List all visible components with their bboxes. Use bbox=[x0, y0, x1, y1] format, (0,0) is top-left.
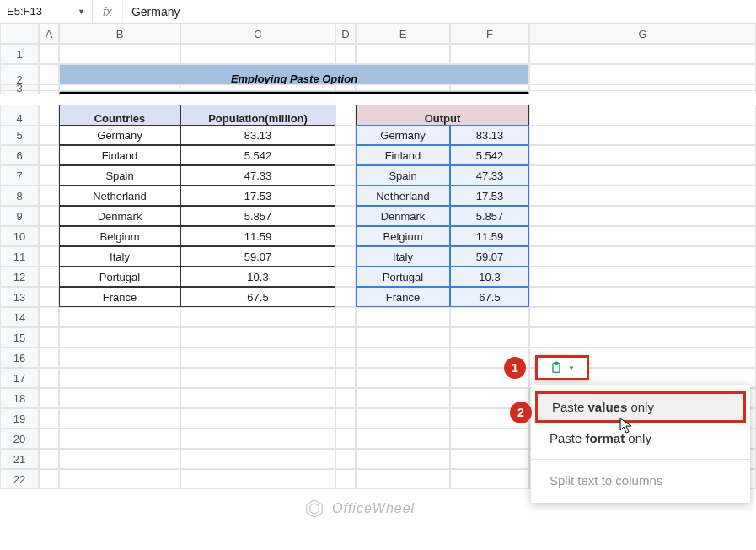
cell[interactable] bbox=[335, 287, 356, 307]
menu-paste-values-only[interactable]: Paste values only bbox=[535, 391, 746, 423]
output-country[interactable]: Netherland bbox=[356, 186, 450, 206]
cell[interactable] bbox=[59, 348, 180, 368]
cell[interactable] bbox=[180, 84, 335, 91]
cell[interactable] bbox=[59, 449, 180, 469]
output-country[interactable]: France bbox=[356, 287, 450, 307]
cell[interactable] bbox=[529, 125, 756, 145]
cell[interactable] bbox=[180, 469, 335, 489]
cell[interactable] bbox=[335, 226, 356, 246]
output-population[interactable]: 17.53 bbox=[450, 186, 529, 206]
cell[interactable] bbox=[39, 226, 59, 246]
col-header-G[interactable]: G bbox=[529, 24, 756, 44]
row-header-8[interactable]: 8 bbox=[0, 186, 39, 206]
cell[interactable] bbox=[335, 348, 356, 368]
cell[interactable] bbox=[356, 408, 450, 429]
paste-options-button[interactable]: ▼ bbox=[535, 355, 589, 380]
row-header-1[interactable]: 1 bbox=[0, 44, 39, 64]
cell[interactable] bbox=[39, 368, 59, 388]
cell[interactable] bbox=[39, 429, 59, 449]
cell[interactable] bbox=[335, 125, 356, 145]
output-population[interactable]: 5.542 bbox=[450, 145, 529, 165]
row-header-22[interactable]: 22 bbox=[0, 469, 39, 489]
row-header-19[interactable]: 19 bbox=[0, 408, 39, 429]
cell[interactable] bbox=[59, 388, 180, 408]
cell-population[interactable]: 67.5 bbox=[180, 287, 335, 307]
cell[interactable] bbox=[450, 84, 529, 91]
cell[interactable] bbox=[450, 429, 529, 449]
col-header-B[interactable]: B bbox=[59, 24, 180, 44]
cell[interactable] bbox=[450, 449, 529, 469]
cell[interactable] bbox=[39, 267, 59, 287]
row-header-16[interactable]: 16 bbox=[0, 348, 39, 368]
cell[interactable] bbox=[39, 125, 59, 145]
cell[interactable] bbox=[450, 44, 529, 64]
output-country[interactable]: Germany bbox=[356, 125, 450, 145]
cell[interactable] bbox=[335, 469, 356, 489]
select-all-corner[interactable] bbox=[0, 24, 39, 44]
cell[interactable] bbox=[335, 267, 356, 287]
cell[interactable] bbox=[335, 186, 356, 206]
cell[interactable] bbox=[529, 287, 756, 307]
cell[interactable] bbox=[450, 327, 529, 348]
cell[interactable] bbox=[39, 246, 59, 267]
output-country[interactable]: Finland bbox=[356, 145, 450, 165]
cell[interactable] bbox=[39, 449, 59, 469]
cell[interactable] bbox=[529, 44, 756, 64]
cell[interactable] bbox=[39, 388, 59, 408]
row-header-13[interactable]: 13 bbox=[0, 287, 39, 307]
output-country[interactable]: Spain bbox=[356, 165, 450, 186]
cell-country[interactable]: Portugal bbox=[59, 267, 180, 287]
col-header-F[interactable]: F bbox=[450, 24, 529, 44]
cell[interactable] bbox=[59, 327, 180, 348]
cell[interactable] bbox=[529, 145, 756, 165]
cell-population[interactable]: 83.13 bbox=[180, 125, 335, 145]
cell[interactable] bbox=[59, 84, 180, 91]
row-header-21[interactable]: 21 bbox=[0, 449, 39, 469]
cell-population[interactable]: 17.53 bbox=[180, 186, 335, 206]
output-country[interactable]: Denmark bbox=[356, 206, 450, 226]
cell[interactable] bbox=[180, 327, 335, 348]
output-country[interactable]: Portugal bbox=[356, 267, 450, 287]
cell-country[interactable]: France bbox=[59, 287, 180, 307]
cell[interactable] bbox=[356, 307, 450, 327]
row-header-20[interactable]: 20 bbox=[0, 429, 39, 449]
cell-country[interactable]: Italy bbox=[59, 246, 180, 267]
cell[interactable] bbox=[356, 44, 450, 64]
cell[interactable] bbox=[335, 84, 356, 91]
cell-country[interactable]: Finland bbox=[59, 145, 180, 165]
cell[interactable] bbox=[335, 246, 356, 267]
cell[interactable] bbox=[39, 186, 59, 206]
cell[interactable] bbox=[529, 327, 756, 348]
output-country[interactable]: Italy bbox=[356, 246, 450, 267]
row-header-10[interactable]: 10 bbox=[0, 226, 39, 246]
row-header-5[interactable]: 5 bbox=[0, 125, 39, 145]
cell[interactable] bbox=[39, 348, 59, 368]
cell-country[interactable]: Spain bbox=[59, 165, 180, 186]
output-country[interactable]: Belgium bbox=[356, 226, 450, 246]
cell[interactable] bbox=[180, 449, 335, 469]
output-population[interactable]: 83.13 bbox=[450, 125, 529, 145]
row-header-9[interactable]: 9 bbox=[0, 206, 39, 226]
cell-population[interactable]: 5.857 bbox=[180, 206, 335, 226]
cell[interactable] bbox=[356, 84, 450, 91]
row-header-14[interactable]: 14 bbox=[0, 307, 39, 327]
cell[interactable] bbox=[356, 429, 450, 449]
cell[interactable] bbox=[39, 327, 59, 348]
menu-paste-format-only[interactable]: Paste format only bbox=[531, 423, 750, 454]
row-header-7[interactable]: 7 bbox=[0, 165, 39, 186]
cell[interactable] bbox=[180, 429, 335, 449]
cell[interactable] bbox=[39, 44, 59, 64]
cell[interactable] bbox=[529, 165, 756, 186]
cell[interactable] bbox=[335, 145, 356, 165]
cell[interactable] bbox=[335, 388, 356, 408]
cell[interactable] bbox=[39, 307, 59, 327]
cell[interactable] bbox=[59, 368, 180, 388]
cell-country[interactable]: Germany bbox=[59, 125, 180, 145]
cell[interactable] bbox=[529, 206, 756, 226]
cell[interactable] bbox=[356, 368, 450, 388]
output-population[interactable]: 67.5 bbox=[450, 287, 529, 307]
row-header-6[interactable]: 6 bbox=[0, 145, 39, 165]
cell[interactable] bbox=[335, 307, 356, 327]
cell[interactable] bbox=[39, 165, 59, 186]
cell[interactable] bbox=[450, 469, 529, 489]
